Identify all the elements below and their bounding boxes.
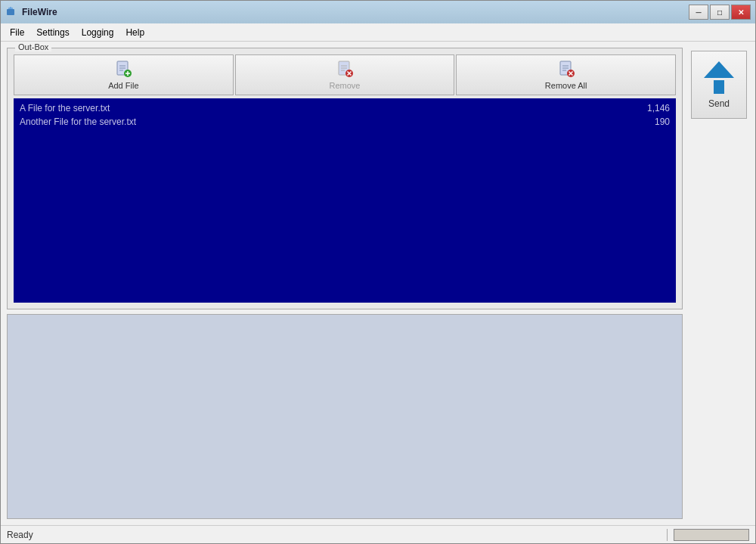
file-list[interactable]: A File for the server.txt 1,146 Another …	[14, 98, 676, 303]
app-icon	[5, 6, 17, 18]
menu-file[interactable]: File	[4, 26, 30, 39]
remove-all-label: Remove All	[545, 81, 587, 90]
add-file-icon	[114, 60, 132, 78]
menu-settings[interactable]: Settings	[30, 26, 75, 39]
status-progress	[674, 529, 749, 541]
main-content: Out-Box	[1, 42, 755, 525]
title-bar: FileWire ─ □ ✕	[1, 1, 755, 23]
table-row[interactable]: A File for the server.txt 1,146	[17, 101, 673, 115]
close-button[interactable]: ✕	[731, 5, 751, 20]
file-size: 1,146	[647, 103, 670, 113]
left-panel: Out-Box	[7, 48, 683, 519]
menu-help[interactable]: Help	[119, 26, 150, 39]
send-button[interactable]: Send	[691, 51, 747, 119]
file-name: Another File for the server.txt	[20, 117, 136, 127]
menu-logging[interactable]: Logging	[76, 26, 120, 39]
minimize-button[interactable]: ─	[689, 5, 708, 20]
outbox-toolbar: Add File	[14, 54, 676, 95]
outbox-group: Out-Box	[7, 48, 683, 309]
table-row[interactable]: Another File for the server.txt 190	[17, 115, 673, 129]
menu-bar: File Settings Logging Help	[1, 23, 755, 42]
remove-icon	[336, 60, 354, 78]
file-size: 190	[655, 117, 670, 127]
status-divider	[667, 529, 668, 541]
remove-all-button[interactable]: Remove All	[456, 54, 676, 95]
status-text: Ready	[7, 530, 661, 540]
outbox-label: Out-Box	[15, 42, 51, 51]
svg-rect-0	[7, 9, 14, 15]
window-controls: ─ □ ✕	[689, 5, 751, 20]
remove-label: Remove	[330, 81, 361, 90]
send-label: Send	[708, 98, 730, 109]
restore-button[interactable]: □	[710, 5, 730, 20]
remove-button[interactable]: Remove	[235, 54, 455, 95]
add-file-button[interactable]: Add File	[14, 54, 234, 95]
window-title: FileWire	[22, 7, 57, 17]
right-panel: Send	[689, 48, 749, 519]
main-window: FileWire ─ □ ✕ File Settings Logging Hel…	[0, 0, 756, 544]
file-name: A File for the server.txt	[20, 103, 110, 113]
send-arrow-icon	[704, 61, 734, 94]
log-area[interactable]	[7, 314, 683, 519]
remove-all-icon	[557, 60, 575, 78]
add-file-label: Add File	[108, 81, 138, 90]
status-bar: Ready	[1, 525, 755, 543]
title-bar-left: FileWire	[5, 6, 57, 18]
